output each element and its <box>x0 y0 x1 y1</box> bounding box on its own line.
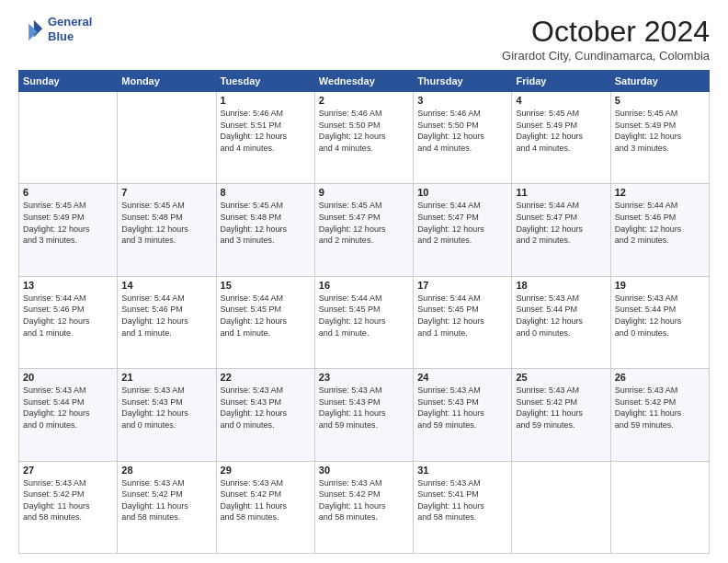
day-number: 31 <box>417 465 507 476</box>
day-number: 1 <box>221 95 311 106</box>
day-number: 28 <box>121 465 211 476</box>
table-row: 17Sunrise: 5:44 AM Sunset: 5:45 PM Dayli… <box>414 276 512 368</box>
table-row: 6Sunrise: 5:45 AM Sunset: 5:49 PM Daylig… <box>19 184 118 276</box>
svg-marker-0 <box>34 19 42 37</box>
table-row: 9Sunrise: 5:45 AM Sunset: 5:47 PM Daylig… <box>314 184 413 276</box>
cell-content: Sunrise: 5:44 AM Sunset: 5:47 PM Dayligh… <box>516 200 606 246</box>
day-number: 20 <box>23 372 113 383</box>
location: Girardot City, Cundinamarca, Colombia <box>502 49 710 63</box>
table-row: 1Sunrise: 5:46 AM Sunset: 5:51 PM Daylig… <box>216 92 314 184</box>
title-block: October 2024 Girardot City, Cundinamarca… <box>502 15 710 63</box>
cell-content: Sunrise: 5:43 AM Sunset: 5:42 PM Dayligh… <box>23 477 113 523</box>
page: General Blue October 2024 Girardot City,… <box>0 0 728 563</box>
table-row: 19Sunrise: 5:43 AM Sunset: 5:44 PM Dayli… <box>610 276 709 368</box>
table-row: 12Sunrise: 5:44 AM Sunset: 5:46 PM Dayli… <box>610 184 709 276</box>
cell-content: Sunrise: 5:44 AM Sunset: 5:45 PM Dayligh… <box>221 293 311 339</box>
day-number: 21 <box>121 372 211 383</box>
table-row <box>19 92 118 184</box>
day-number: 9 <box>319 187 409 198</box>
table-row: 22Sunrise: 5:43 AM Sunset: 5:43 PM Dayli… <box>216 369 314 461</box>
table-row: 27Sunrise: 5:43 AM Sunset: 5:42 PM Dayli… <box>19 461 118 553</box>
table-row: 26Sunrise: 5:43 AM Sunset: 5:42 PM Dayli… <box>610 369 709 461</box>
table-row <box>610 461 709 553</box>
table-row: 18Sunrise: 5:43 AM Sunset: 5:44 PM Dayli… <box>512 276 610 368</box>
cell-content: Sunrise: 5:44 AM Sunset: 5:47 PM Dayligh… <box>417 200 507 246</box>
day-number: 8 <box>221 187 311 198</box>
day-number: 25 <box>516 372 606 383</box>
table-row: 5Sunrise: 5:45 AM Sunset: 5:49 PM Daylig… <box>610 92 709 184</box>
col-friday: Friday <box>512 71 610 92</box>
cell-content: Sunrise: 5:45 AM Sunset: 5:48 PM Dayligh… <box>221 200 311 246</box>
col-thursday: Thursday <box>414 71 512 92</box>
cell-content: Sunrise: 5:43 AM Sunset: 5:43 PM Dayligh… <box>319 385 409 431</box>
day-number: 4 <box>516 95 606 106</box>
table-row: 11Sunrise: 5:44 AM Sunset: 5:47 PM Dayli… <box>512 184 610 276</box>
month-title: October 2024 <box>502 15 710 49</box>
table-row: 10Sunrise: 5:44 AM Sunset: 5:47 PM Dayli… <box>414 184 512 276</box>
calendar-table: Sunday Monday Tuesday Wednesday Thursday… <box>18 70 710 554</box>
cell-content: Sunrise: 5:43 AM Sunset: 5:44 PM Dayligh… <box>516 293 606 339</box>
calendar-week-4: 20Sunrise: 5:43 AM Sunset: 5:44 PM Dayli… <box>19 369 710 461</box>
table-row: 23Sunrise: 5:43 AM Sunset: 5:43 PM Dayli… <box>314 369 413 461</box>
day-number: 6 <box>23 187 113 198</box>
col-tuesday: Tuesday <box>216 71 314 92</box>
table-row: 4Sunrise: 5:45 AM Sunset: 5:49 PM Daylig… <box>512 92 610 184</box>
day-number: 13 <box>23 280 113 291</box>
table-row: 21Sunrise: 5:43 AM Sunset: 5:43 PM Dayli… <box>118 369 216 461</box>
cell-content: Sunrise: 5:45 AM Sunset: 5:48 PM Dayligh… <box>121 200 211 246</box>
table-row: 25Sunrise: 5:43 AM Sunset: 5:42 PM Dayli… <box>512 369 610 461</box>
calendar-week-2: 6Sunrise: 5:45 AM Sunset: 5:49 PM Daylig… <box>19 184 710 276</box>
day-number: 10 <box>417 187 507 198</box>
logo-icon <box>18 17 44 42</box>
table-row: 30Sunrise: 5:43 AM Sunset: 5:42 PM Dayli… <box>314 461 413 553</box>
header: General Blue October 2024 Girardot City,… <box>18 15 710 63</box>
cell-content: Sunrise: 5:46 AM Sunset: 5:50 PM Dayligh… <box>319 108 409 154</box>
calendar-week-3: 13Sunrise: 5:44 AM Sunset: 5:46 PM Dayli… <box>19 276 710 368</box>
col-saturday: Saturday <box>610 71 709 92</box>
day-number: 11 <box>516 187 606 198</box>
cell-content: Sunrise: 5:43 AM Sunset: 5:42 PM Dayligh… <box>615 385 705 431</box>
cell-content: Sunrise: 5:45 AM Sunset: 5:49 PM Dayligh… <box>516 108 606 154</box>
cell-content: Sunrise: 5:43 AM Sunset: 5:43 PM Dayligh… <box>221 385 311 431</box>
cell-content: Sunrise: 5:45 AM Sunset: 5:49 PM Dayligh… <box>23 200 113 246</box>
table-row <box>512 461 610 553</box>
calendar-week-5: 27Sunrise: 5:43 AM Sunset: 5:42 PM Dayli… <box>19 461 710 553</box>
table-row <box>118 92 216 184</box>
cell-content: Sunrise: 5:44 AM Sunset: 5:46 PM Dayligh… <box>121 293 211 339</box>
cell-content: Sunrise: 5:43 AM Sunset: 5:42 PM Dayligh… <box>516 385 606 431</box>
calendar-header-row: Sunday Monday Tuesday Wednesday Thursday… <box>19 71 710 92</box>
cell-content: Sunrise: 5:43 AM Sunset: 5:44 PM Dayligh… <box>23 385 113 431</box>
table-row: 2Sunrise: 5:46 AM Sunset: 5:50 PM Daylig… <box>314 92 413 184</box>
day-number: 22 <box>221 372 311 383</box>
cell-content: Sunrise: 5:43 AM Sunset: 5:42 PM Dayligh… <box>319 477 409 523</box>
table-row: 29Sunrise: 5:43 AM Sunset: 5:42 PM Dayli… <box>216 461 314 553</box>
table-row: 24Sunrise: 5:43 AM Sunset: 5:43 PM Dayli… <box>414 369 512 461</box>
cell-content: Sunrise: 5:43 AM Sunset: 5:43 PM Dayligh… <box>121 385 211 431</box>
col-monday: Monday <box>118 71 216 92</box>
day-number: 14 <box>121 280 211 291</box>
day-number: 2 <box>319 95 409 106</box>
table-row: 31Sunrise: 5:43 AM Sunset: 5:41 PM Dayli… <box>414 461 512 553</box>
logo-text: General Blue <box>48 15 92 43</box>
day-number: 19 <box>615 280 705 291</box>
day-number: 30 <box>319 465 409 476</box>
cell-content: Sunrise: 5:43 AM Sunset: 5:44 PM Dayligh… <box>615 293 705 339</box>
table-row: 8Sunrise: 5:45 AM Sunset: 5:48 PM Daylig… <box>216 184 314 276</box>
table-row: 3Sunrise: 5:46 AM Sunset: 5:50 PM Daylig… <box>414 92 512 184</box>
logo: General Blue <box>18 15 92 43</box>
table-row: 15Sunrise: 5:44 AM Sunset: 5:45 PM Dayli… <box>216 276 314 368</box>
table-row: 7Sunrise: 5:45 AM Sunset: 5:48 PM Daylig… <box>118 184 216 276</box>
day-number: 17 <box>417 280 507 291</box>
day-number: 18 <box>516 280 606 291</box>
day-number: 12 <box>615 187 705 198</box>
col-wednesday: Wednesday <box>314 71 413 92</box>
calendar-week-1: 1Sunrise: 5:46 AM Sunset: 5:51 PM Daylig… <box>19 92 710 184</box>
table-row: 28Sunrise: 5:43 AM Sunset: 5:42 PM Dayli… <box>118 461 216 553</box>
day-number: 27 <box>23 465 113 476</box>
table-row: 13Sunrise: 5:44 AM Sunset: 5:46 PM Dayli… <box>19 276 118 368</box>
day-number: 29 <box>221 465 311 476</box>
cell-content: Sunrise: 5:43 AM Sunset: 5:42 PM Dayligh… <box>121 477 211 523</box>
cell-content: Sunrise: 5:46 AM Sunset: 5:50 PM Dayligh… <box>417 108 507 154</box>
cell-content: Sunrise: 5:44 AM Sunset: 5:45 PM Dayligh… <box>319 293 409 339</box>
table-row: 20Sunrise: 5:43 AM Sunset: 5:44 PM Dayli… <box>19 369 118 461</box>
